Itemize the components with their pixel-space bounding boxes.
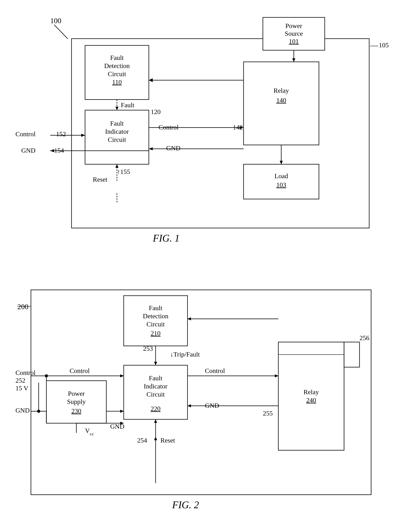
ps-label1: Power [68, 390, 85, 397]
fic2-num: 220 [151, 405, 161, 412]
fdc2-label1: Fault [149, 304, 162, 312]
control-left-label: Control [16, 130, 36, 138]
fig2-svg: 200 Fault Detection Circuit 210 ↓Trip/Fa… [12, 271, 397, 524]
svg-marker-21 [149, 147, 153, 150]
ref-255: 255 [263, 410, 273, 417]
fig2-caption: FIG. 2 [172, 499, 199, 510]
vcc-label: Vcc [85, 427, 94, 436]
fdc2-num: 210 [151, 330, 161, 337]
svg-marker-25 [115, 164, 119, 168]
page: 100 105 Power Source 101 Relay 140 Fault… [0, 0, 409, 532]
control-mid-label: Control [70, 367, 90, 374]
fig1-container: 100 105 Power Source 101 Relay 140 Fault… [12, 12, 397, 261]
svg-marker-33 [154, 362, 157, 365]
fig1-svg: 100 105 Power Source 101 Relay 140 Fault… [12, 12, 397, 261]
ps-label2: Supply [67, 398, 86, 405]
gnd-left2-label: GND [16, 407, 30, 414]
svg-marker-17 [50, 149, 54, 152]
fdc-label3: Circuit [108, 70, 126, 77]
load-label: Load [274, 172, 288, 180]
fic-label2: Indicator [105, 128, 129, 135]
reset-label: Reset [93, 176, 107, 183]
svg-marker-5 [292, 58, 295, 62]
gnd-left-label: GND [21, 147, 36, 154]
ref-200-label: 200 [17, 303, 28, 311]
trip-fault-label: ↓Trip/Fault [170, 351, 200, 358]
ps-num: 230 [72, 407, 81, 414]
fic2-label3: Circuit [147, 391, 165, 398]
svg-marker-11 [149, 78, 153, 82]
svg-marker-23 [280, 161, 283, 164]
svg-marker-13 [115, 107, 119, 110]
svg-rect-36 [278, 342, 344, 450]
fdc-label1: Fault [110, 54, 124, 61]
fic-label1: Fault [110, 120, 124, 127]
svg-marker-59 [154, 419, 157, 423]
control-left2-label: Control [16, 369, 36, 376]
relay-label: Relay [273, 87, 289, 94]
ref-105-label: 105 [379, 42, 389, 49]
ref-15v: 15 V [16, 385, 28, 392]
gnd-relay-fic: GND [166, 145, 181, 152]
svg-marker-45 [275, 374, 278, 377]
fic-ref-120: 120 [151, 108, 161, 115]
control-relay-label: Control [205, 367, 225, 374]
ref-252: 252 [16, 377, 25, 384]
svg-marker-52 [120, 410, 124, 413]
svg-marker-31 [187, 317, 191, 321]
gnd-ps-fic: GND [110, 423, 124, 430]
power-source-label: Power [286, 22, 303, 29]
relay2-label: Relay [304, 388, 319, 395]
svg-marker-42 [120, 374, 124, 377]
relay2-num: 240 [306, 396, 316, 404]
fdc2-label2: Detection [143, 312, 168, 320]
ref-100-label: 100 [50, 17, 61, 25]
load-num: 103 [276, 181, 286, 188]
ref-155: ↑155 [117, 168, 130, 175]
fdc2-label3: Circuit [147, 321, 165, 328]
fdc-label2: Detection [104, 62, 130, 69]
svg-rect-37 [344, 342, 360, 367]
ref-254: 254 [137, 437, 147, 444]
svg-marker-61 [154, 437, 157, 440]
fig2-container: 200 Fault Detection Circuit 210 ↓Trip/Fa… [12, 271, 397, 524]
power-source-num: 101 [289, 38, 299, 45]
ref-256: 256 [360, 334, 369, 341]
power-source-label2: Source [285, 30, 303, 37]
relay-num: 140 [276, 97, 286, 104]
svg-marker-57 [187, 404, 191, 407]
fig1-caption: FIG. 1 [153, 233, 180, 244]
ref-253: 253 [143, 345, 153, 352]
fic2-label1: Fault [149, 375, 162, 382]
fic2-label2: Indicator [144, 383, 167, 390]
fdc-num: 110 [112, 78, 122, 86]
svg-line-0 [54, 25, 68, 39]
fault-label: Fault [121, 101, 134, 109]
fic-label3: Circuit [108, 136, 126, 143]
reset2-label: Reset [160, 437, 175, 444]
svg-marker-15 [81, 134, 85, 137]
ref-152: 152 [56, 130, 66, 138]
